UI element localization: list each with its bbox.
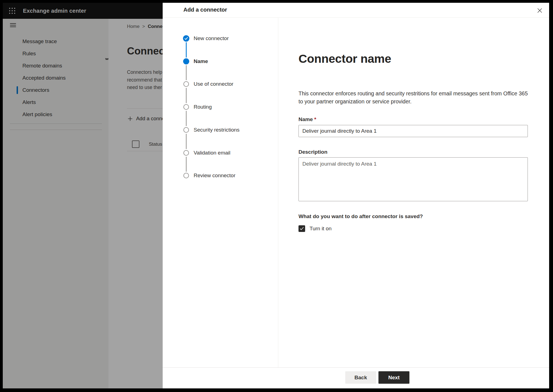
description-label: Description <box>298 149 328 155</box>
wizard-step-name: Name <box>194 58 208 64</box>
step-connector-line <box>186 134 187 149</box>
add-connector-dialog: Add a connector New connectorNameUse of … <box>163 3 549 388</box>
step-current-icon <box>183 58 189 64</box>
next-button[interactable]: Next <box>378 371 409 384</box>
turn-it-on-row[interactable]: Turn it on <box>298 225 332 232</box>
wizard-step-security-restrictions: Security restrictions <box>194 127 240 133</box>
wizard-step-validation-email: Validation email <box>194 150 230 156</box>
step-connector-line <box>186 88 187 103</box>
name-input[interactable] <box>298 125 528 137</box>
step-todo-icon <box>183 173 189 178</box>
checkmark-icon <box>299 226 304 231</box>
wizard-step-use-of-connector: Use of connector <box>194 81 233 87</box>
step-connector-line <box>186 42 187 58</box>
step-done-icon <box>183 35 189 42</box>
back-button[interactable]: Back <box>345 371 376 384</box>
step-connector-line <box>186 157 187 172</box>
wizard-steps: New connectorNameUse of connectorRouting… <box>163 18 278 368</box>
step-todo-icon <box>183 127 189 133</box>
description-textarea[interactable]: Deliver journal directly to Area 1 <box>298 157 528 201</box>
step-description-line: This connector enforces routing and secu… <box>298 90 528 98</box>
after-save-question: What do you want to do after connector i… <box>298 213 423 219</box>
step-todo-icon <box>183 81 189 87</box>
step-heading: Connector name <box>298 52 391 66</box>
turn-on-checkbox[interactable] <box>298 225 305 232</box>
app-window: Exchange admin center HomeRecipientsMail… <box>3 3 549 388</box>
name-label: Name* <box>298 116 316 123</box>
step-todo-icon <box>183 150 189 156</box>
turn-on-label: Turn it on <box>310 226 332 232</box>
step-connector-line <box>186 111 187 126</box>
step-connector-line <box>186 65 187 80</box>
step-todo-icon <box>183 104 189 110</box>
wizard-step-review-connector: Review connector <box>194 173 235 179</box>
close-button[interactable] <box>536 7 544 14</box>
wizard-step-new-connector: New connector <box>194 35 229 41</box>
step-description-line: to your partner organization or service … <box>298 98 528 106</box>
required-asterisk: * <box>314 116 316 122</box>
step-description: This connector enforces routing and secu… <box>298 90 528 106</box>
close-icon <box>537 7 543 14</box>
dialog-title: Add a connector <box>183 3 227 17</box>
wizard-step-routing: Routing <box>194 104 212 110</box>
dialog-footer: Back Next <box>163 367 549 388</box>
dialog-header: Add a connector <box>163 3 549 18</box>
